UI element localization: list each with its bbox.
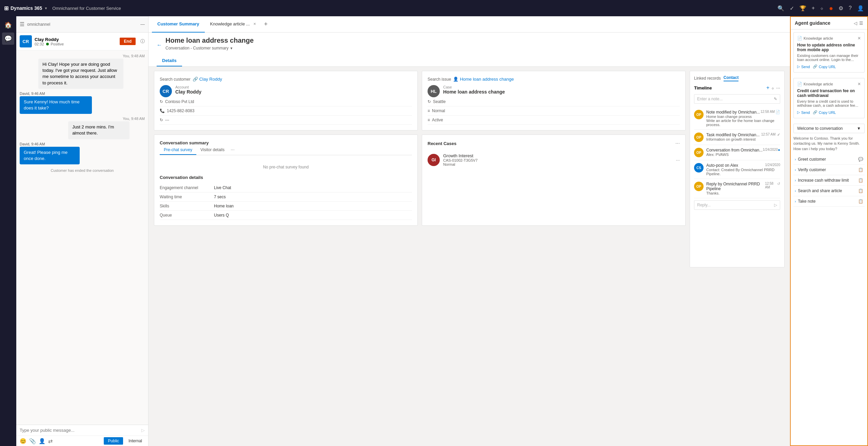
copy-icon-1: 🔗: [813, 64, 817, 69]
recent-cases-more-icon[interactable]: ···: [675, 140, 680, 146]
minimize-icon[interactable]: —: [140, 22, 145, 27]
timeline-item-1: OP Note modified by Omnichan... 12:58 AM…: [694, 107, 780, 130]
note-pencil-icon: ✎: [774, 97, 777, 101]
chat-search-text: omnichannel: [27, 22, 138, 27]
kc-copy-url-2[interactable]: 🔗 Copy URL: [813, 110, 836, 115]
kc-send-2[interactable]: ▷ Send: [797, 110, 810, 115]
timeline-add-icon[interactable]: +: [766, 85, 769, 91]
search-icon[interactable]: 🔍: [777, 5, 784, 12]
chat-input-area: ▷ 😊 📎 👤 ⇄ Public Internal: [16, 425, 148, 446]
linked-records-bar: Linked records Contact: [694, 75, 780, 81]
timeline-note-input[interactable]: Enter a note... ✎: [694, 94, 780, 104]
hamburger-icon[interactable]: ☰: [20, 21, 24, 27]
pre-chat-tabs: Pre-chat survey Visitor details ···: [160, 145, 412, 155]
copy-url-label-1: Copy URL: [819, 65, 836, 69]
visitor-details-tab[interactable]: Visitor details: [196, 145, 229, 155]
detail-engagement: Engagement channel Live Chat: [160, 183, 412, 192]
knowledge-card-2: 📄 Knowledge article ✕ Credit card transa…: [793, 78, 865, 118]
send-icon-2: ▷: [797, 110, 800, 115]
msg-timestamp-3: You, 9:48 AM: [68, 117, 145, 121]
ag-step-greet[interactable]: › Greet customer 💬: [793, 154, 865, 165]
detail-queue: Queue Users Q: [160, 211, 412, 220]
brand-name: Dynamics 365: [11, 5, 42, 11]
customer-link[interactable]: Clay Roddy: [199, 77, 222, 82]
system-message: Customer has ended the conversation: [20, 167, 145, 174]
kc-copy-url-1[interactable]: 🔗 Copy URL: [813, 64, 836, 69]
grid-icon[interactable]: ⊞: [4, 5, 8, 12]
copy-icon-2: 🔗: [813, 110, 817, 115]
kc-close-2[interactable]: ✕: [857, 82, 861, 86]
kc-icon-2: 📄: [797, 82, 802, 86]
chat-input[interactable]: [20, 428, 141, 433]
tab-knowledge-article[interactable]: Knowledge article ... ✕: [205, 16, 261, 33]
ag-step-increase[interactable]: › Increase cash withdraw limit 📋: [793, 175, 865, 186]
ag-step-note[interactable]: › Take note 📋: [793, 196, 865, 207]
tab-knowledge-close[interactable]: ✕: [253, 22, 256, 26]
msg-bubble-1: Hi Clay! Hope your are doing good today.…: [38, 59, 123, 89]
tl-sub-3: Alex: PVAWS: [706, 153, 780, 157]
person-icon[interactable]: 👤: [39, 438, 45, 444]
case-more-icon[interactable]: ···: [676, 157, 680, 163]
issue-link[interactable]: Home loan address change: [460, 77, 514, 82]
send-icon[interactable]: ▷: [141, 428, 145, 433]
conv-details-title: Conversation details: [160, 175, 412, 180]
settings-icon[interactable]: ⚙: [839, 5, 843, 12]
customer-info: Account Clay Roddy: [160, 85, 412, 95]
add-tab-icon[interactable]: +: [261, 21, 271, 28]
company-name: Contoso Pvt Ltd: [165, 99, 194, 104]
customer-details: CR Account Clay Roddy: [160, 85, 412, 97]
more-tabs-icon[interactable]: ···: [229, 145, 237, 155]
kc-send-1[interactable]: ▷ Send: [797, 64, 810, 69]
pre-chat-tab[interactable]: Pre-chat survey: [160, 145, 196, 155]
tl-avatar-4: CS: [694, 163, 704, 173]
brand-chevron[interactable]: ▼: [44, 6, 47, 10]
ag-collapse-icon[interactable]: ◁: [854, 21, 857, 26]
detail-tab-details[interactable]: Details: [157, 55, 182, 66]
emoji-icon[interactable]: 😊: [20, 438, 26, 444]
info-icon[interactable]: ⓘ: [140, 38, 145, 44]
message-3: You, 9:48 AM Just 2 more mins. I'm almos…: [68, 117, 145, 139]
timeline-more-icon[interactable]: ···: [776, 85, 780, 90]
kc-title-1: How to update address online from mobile…: [797, 43, 861, 52]
tl-content-2: Task modified by Omnichan... 12:57 AM ✓ …: [706, 133, 780, 142]
issue-card: Search issue 👤 Home loan address change …: [422, 71, 686, 130]
top-nav: ⊞ Dynamics 365 ▼ Omnichannel for Custome…: [0, 0, 868, 16]
sidebar-chat-icon[interactable]: 💬: [2, 33, 14, 45]
trophy-icon[interactable]: 🏆: [800, 5, 806, 12]
profile-icon[interactable]: 👤: [857, 5, 864, 12]
timeline-header: Timeline + ⬦ ···: [694, 85, 780, 91]
help-icon[interactable]: ?: [849, 5, 852, 11]
attachment-icon[interactable]: 📎: [29, 438, 36, 444]
transfer-icon[interactable]: ⇄: [48, 438, 53, 444]
ag-step-search[interactable]: › Search and share article 📋: [793, 186, 865, 196]
filter-icon[interactable]: ⬦: [820, 5, 824, 11]
copilot-icon[interactable]: ✓: [790, 5, 794, 12]
status-red-icon[interactable]: ●: [829, 4, 833, 12]
content-area: ← Home loan address change Conversation …: [149, 33, 790, 446]
back-button[interactable]: ←: [157, 42, 162, 48]
contact-tab[interactable]: Contact: [724, 75, 739, 81]
add-icon[interactable]: +: [812, 5, 815, 11]
nav-right: 🔍 ✓ 🏆 + ⬦ ● ⚙ ? 👤: [777, 4, 864, 12]
internal-button[interactable]: Internal: [126, 437, 145, 445]
app-name: Omnichannel for Customer Service: [52, 6, 121, 11]
ag-step-verify[interactable]: › Verify customer 📋: [793, 165, 865, 175]
recent-cases-title: Recent Cases: [428, 141, 456, 146]
timeline-filter-icon[interactable]: ⬦: [771, 85, 774, 90]
kc-close-1[interactable]: ✕: [857, 36, 861, 41]
end-button[interactable]: End: [120, 38, 136, 45]
location-icon: ↻: [428, 99, 431, 104]
tl-avatar-1: OP: [694, 110, 704, 119]
ag-step-search-chevron: ›: [795, 189, 796, 193]
reply-send-icon[interactable]: ▷: [774, 203, 777, 207]
ag-list-icon[interactable]: ☰: [859, 21, 863, 26]
ag-dropdown[interactable]: Welcome to conversation ▼: [793, 124, 865, 133]
public-button[interactable]: Public: [104, 437, 123, 445]
kc-title-2: Credit card transaction fee on cash with…: [797, 88, 861, 98]
tab-customer-summary[interactable]: Customer Summary: [152, 16, 205, 33]
session-meta: 02:32 Positive: [35, 42, 117, 46]
kc-header-1: 📄 Knowledge article ✕: [797, 36, 861, 41]
breadcrumb-chevron[interactable]: ▼: [230, 46, 233, 50]
reply-input[interactable]: Reply... ▷: [694, 200, 780, 210]
sidebar-home-icon[interactable]: 🏠: [2, 19, 14, 31]
